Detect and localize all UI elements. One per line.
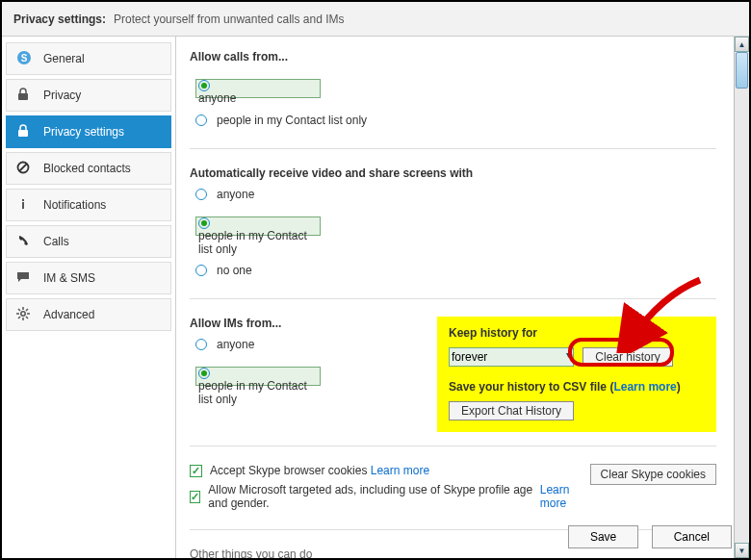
history-panel: Keep history for forever Clear history S… <box>437 317 716 432</box>
radio-dot-icon <box>195 265 207 276</box>
radio-dot-icon <box>198 80 210 91</box>
sidebar-item-im-sms[interactable]: IM & SMS <box>6 262 171 294</box>
cancel-button[interactable]: Cancel <box>652 525 732 548</box>
gear-icon <box>16 307 34 323</box>
radio-video-noone[interactable]: no one <box>195 264 716 277</box>
sidebar-item-blocked[interactable]: Blocked contacts <box>6 152 171 185</box>
sidebar-item-label: Privacy settings <box>43 125 124 139</box>
sidebar-item-advanced[interactable]: Advanced <box>6 298 171 331</box>
sidebar: S General Privacy Privacy settings Block… <box>2 37 175 558</box>
scroll-up-icon[interactable]: ▲ <box>735 37 749 52</box>
svg-rect-7 <box>22 202 24 209</box>
sidebar-item-privacy-settings[interactable]: Privacy settings <box>6 115 171 148</box>
section-title: Automatically receive video and share sc… <box>190 166 716 180</box>
clear-history-button[interactable]: Clear history <box>583 347 672 367</box>
svg-text:S: S <box>21 53 28 64</box>
content-pane: Allow calls from... anyone people in my … <box>175 37 749 558</box>
sidebar-item-label: Privacy <box>43 89 81 102</box>
chat-icon <box>16 270 34 287</box>
save-button[interactable]: Save <box>568 525 638 548</box>
radio-label: anyone <box>217 338 254 351</box>
radio-dot-icon <box>195 115 207 126</box>
sidebar-item-label: General <box>43 52 85 65</box>
svg-line-15 <box>26 309 28 311</box>
options-window: Privacy settings: Protect yourself from … <box>0 0 751 560</box>
checkbox-cookies[interactable]: ✓ Accept Skype browser cookies Learn mor… <box>190 464 590 477</box>
radio-dot-icon <box>198 368 210 379</box>
phone-icon <box>16 234 34 250</box>
svg-rect-6 <box>22 199 24 201</box>
radio-ims-contacts[interactable]: people in my Contact list only <box>195 367 321 386</box>
section-title: Allow calls from... <box>190 50 716 64</box>
radio-calls-anyone[interactable]: anyone <box>195 79 321 98</box>
sidebar-item-label: Calls <box>43 235 69 248</box>
lock-icon <box>16 88 34 104</box>
scroll-thumb[interactable] <box>736 52 748 89</box>
scroll-down-icon[interactable]: ▼ <box>735 543 749 558</box>
svg-rect-3 <box>18 130 28 137</box>
lock-icon <box>16 124 34 140</box>
sidebar-item-label: Advanced <box>43 308 94 321</box>
section-video: Automatically receive video and share sc… <box>190 166 716 299</box>
learn-more-link[interactable]: Learn more <box>371 464 429 477</box>
sidebar-item-general[interactable]: S General <box>6 42 171 75</box>
svg-rect-2 <box>18 93 28 100</box>
header-subtitle: Protect yourself from unwanted calls and… <box>114 13 344 26</box>
history-duration-select[interactable]: forever <box>449 347 574 367</box>
sidebar-item-privacy[interactable]: Privacy <box>6 79 171 112</box>
radio-label: people in my Contact list only <box>217 114 367 127</box>
check-icon: ✓ <box>190 465 202 477</box>
learn-more-link[interactable]: Learn more <box>613 380 676 394</box>
radio-dot-icon <box>195 339 207 350</box>
skype-icon: S <box>16 50 34 68</box>
section-cookies-ads: Clear Skype cookies ✓ Accept Skype brows… <box>190 464 716 530</box>
radio-video-contacts[interactable]: people in my Contact list only <box>195 216 321 236</box>
radio-dot-icon <box>198 217 210 229</box>
section-ims-history: Allow IMs from... anyone people in my Co… <box>190 317 716 446</box>
sidebar-item-notifications[interactable]: Notifications <box>6 189 171 221</box>
checkbox-label: Allow Microsoft targeted ads, including … <box>208 483 536 510</box>
other-title: Other things you can do <box>190 547 716 558</box>
radio-label: people in my Contact list only <box>198 229 307 256</box>
footer-buttons: Save Cancel <box>558 525 732 548</box>
svg-point-8 <box>21 311 25 315</box>
svg-line-14 <box>26 317 28 318</box>
checkbox-label: Accept Skype browser cookies <box>210 464 367 477</box>
radio-ims-anyone[interactable]: anyone <box>195 338 437 351</box>
radio-label: no one <box>217 264 252 277</box>
sidebar-item-label: Notifications <box>43 198 106 212</box>
radio-dot-icon <box>195 189 207 200</box>
learn-more-link[interactable]: Learn more <box>540 483 590 510</box>
sidebar-item-label: IM & SMS <box>43 271 95 285</box>
section-other: Other things you can do ? Learn more abo… <box>190 547 716 558</box>
section-title: Allow IMs from... <box>190 317 437 330</box>
section-allow-calls: Allow calls from... anyone people in my … <box>190 50 716 149</box>
svg-line-13 <box>18 309 20 311</box>
checkbox-targeted-ads[interactable]: ✓ Allow Microsoft targeted ads, includin… <box>190 483 590 510</box>
radio-label: people in my Contact list only <box>198 379 307 406</box>
radio-calls-contacts[interactable]: people in my Contact list only <box>195 114 716 127</box>
radio-label: anyone <box>198 91 236 105</box>
svg-line-16 <box>18 317 20 318</box>
export-chat-history-button[interactable]: Export Chat History <box>449 401 574 420</box>
page-header: Privacy settings: Protect yourself from … <box>2 2 749 37</box>
block-icon <box>16 161 34 177</box>
clear-cookies-button[interactable]: Clear Skype cookies <box>590 464 716 485</box>
svg-line-5 <box>19 164 27 171</box>
check-icon: ✓ <box>190 491 200 503</box>
info-icon <box>16 197 34 214</box>
sidebar-item-label: Blocked contacts <box>43 162 131 175</box>
keep-history-label: Keep history for <box>449 326 705 340</box>
sidebar-item-calls[interactable]: Calls <box>6 225 171 258</box>
scrollbar[interactable]: ▲ ▼ <box>734 37 749 558</box>
save-csv-label: Save your history to CSV file (Learn mor… <box>449 380 705 394</box>
radio-video-anyone[interactable]: anyone <box>195 188 716 201</box>
radio-label: anyone <box>217 188 254 201</box>
header-title: Privacy settings: <box>13 13 106 26</box>
